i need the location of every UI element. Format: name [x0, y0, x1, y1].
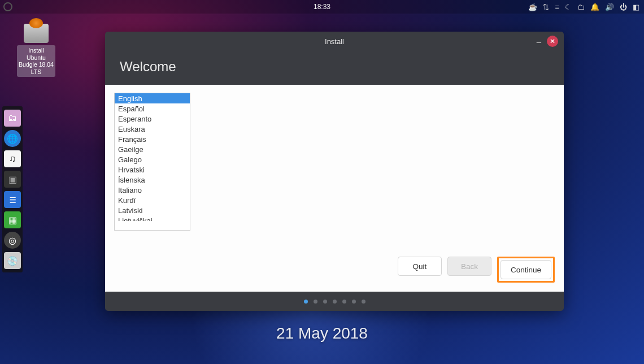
caffeine-icon[interactable]: ☕	[528, 3, 537, 11]
language-option[interactable]: Latviski	[115, 205, 190, 215]
dock-installer[interactable]: 💿	[4, 252, 21, 269]
page-heading: Welcome	[105, 51, 564, 85]
volume-icon[interactable]: 🔊	[605, 3, 614, 11]
files-tray-icon[interactable]: 🗀	[577, 3, 585, 11]
close-icon: ✕	[550, 37, 555, 45]
language-option[interactable]: Euskara	[115, 124, 190, 134]
dock-web-browser[interactable]: 🌐	[4, 130, 21, 147]
power-icon[interactable]: ⏻	[620, 3, 627, 11]
language-option[interactable]: English	[115, 93, 190, 103]
dock-terminal[interactable]: ▣	[4, 171, 21, 188]
page-indicator	[105, 292, 564, 311]
page-dot[interactable]	[323, 300, 327, 304]
menu-icon[interactable]: ≡	[555, 3, 559, 11]
window-minimize-button[interactable]: –	[537, 37, 541, 46]
window-close-button[interactable]: ✕	[547, 36, 558, 47]
notifications-icon[interactable]: 🔔	[590, 3, 599, 11]
language-option[interactable]: Kurdî	[115, 195, 190, 205]
language-option[interactable]: Gaeilge	[115, 144, 190, 154]
page-dot[interactable]	[352, 300, 356, 304]
back-button: Back	[447, 257, 491, 276]
language-option[interactable]: Esperanto	[115, 114, 190, 124]
desktop-install-label: Install Ubuntu Budgie 18.04 LTS	[17, 45, 55, 77]
button-row: Quit Back Continue	[398, 257, 555, 283]
activities-circle-icon[interactable]	[3, 2, 12, 11]
desktop-date: 21 May 2018	[276, 324, 368, 343]
system-tray: ☕ ⇅ ≡ ☾ 🗀 🔔 🔊 ⏻ ◧	[528, 0, 639, 14]
installer-content: EnglishEspañolEsperantoEuskaraFrançaisGa…	[105, 85, 564, 292]
continue-highlight: Continue	[497, 257, 555, 283]
continue-button[interactable]: Continue	[501, 260, 551, 279]
page-dot[interactable]	[342, 300, 346, 304]
dock-calc[interactable]: ▦	[4, 211, 21, 228]
top-panel: 18:33 ☕ ⇅ ≡ ☾ 🗀 🔔 🔊 ⏻ ◧	[0, 0, 644, 14]
window-titlebar[interactable]: Install – ✕	[105, 32, 564, 51]
night-mode-icon[interactable]: ☾	[565, 3, 572, 11]
language-option[interactable]: Italiano	[115, 185, 190, 195]
page-dot[interactable]	[304, 300, 308, 304]
language-option[interactable]: Español	[115, 103, 190, 114]
disk-icon	[24, 24, 49, 43]
dock: 🗂 🌐 ♫ ▣ ≣ ▦ ◎ 💿	[2, 106, 23, 272]
language-option[interactable]: Français	[115, 134, 190, 144]
language-option[interactable]: Íslenska	[115, 175, 190, 185]
dock-chromium[interactable]: ◎	[4, 232, 21, 249]
panel-clock[interactable]: 18:33	[314, 3, 330, 11]
dock-music[interactable]: ♫	[4, 150, 21, 167]
installer-window: Install – ✕ Welcome EnglishEspañolEspera…	[105, 32, 564, 311]
language-option[interactable]: Galego	[115, 154, 190, 164]
language-option[interactable]: Lietuviškai	[115, 215, 190, 221]
page-dot[interactable]	[362, 300, 365, 304]
desktop-install-icon[interactable]: Install Ubuntu Budgie 18.04 LTS	[17, 24, 55, 77]
language-option[interactable]: Hrvatski	[115, 164, 190, 175]
window-title: Install	[325, 37, 344, 46]
network-icon[interactable]: ⇅	[543, 3, 549, 11]
dock-writer[interactable]: ≣	[4, 191, 21, 208]
language-list[interactable]: EnglishEspañolEsperantoEuskaraFrançaisGa…	[114, 93, 190, 231]
page-dot[interactable]	[333, 300, 337, 304]
user-icon[interactable]: ◧	[633, 3, 639, 11]
page-dot[interactable]	[314, 300, 317, 304]
quit-button[interactable]: Quit	[398, 257, 442, 276]
dock-files[interactable]: 🗂	[4, 110, 21, 127]
